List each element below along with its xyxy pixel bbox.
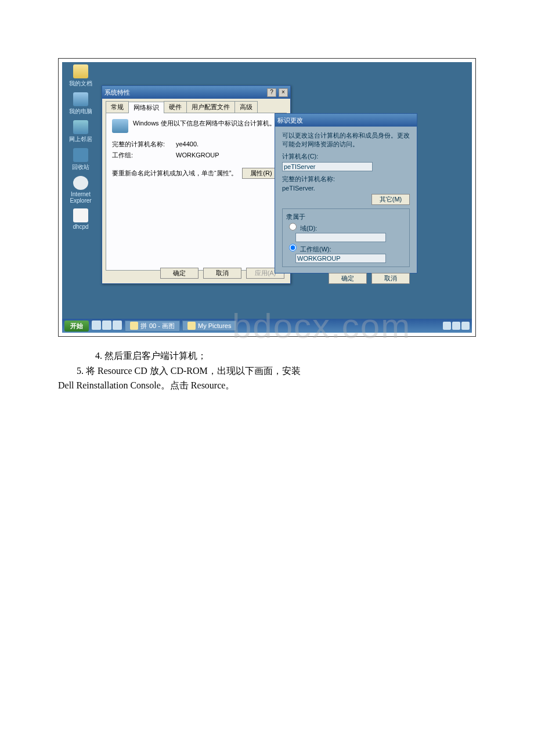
full-computer-name-label: 完整的计算机名称: <box>282 175 410 183</box>
desktop-icon-recycle[interactable]: 回收站 <box>64 148 97 171</box>
tab-general[interactable]: 常规 <box>106 101 129 113</box>
window-title: 标识更改 <box>277 116 303 125</box>
cancel-button[interactable]: 取消 <box>203 268 241 279</box>
ok-button[interactable]: 确定 <box>160 268 199 279</box>
titlebar[interactable]: 系统特性 ? × <box>102 86 290 99</box>
desktop-icon-label: 我的电脑 <box>69 108 92 114</box>
start-button[interactable]: 开始 <box>64 321 89 332</box>
workgroup-label: 工作组(W): <box>300 246 331 253</box>
tray-icon[interactable] <box>443 322 451 330</box>
computer-icon <box>73 92 88 106</box>
system-properties-window: 系统特性 ? × 常规 网络标识 硬件 用户配置文件 高级 Wi <box>102 85 291 284</box>
recycle-bin-icon <box>73 148 88 162</box>
workgroup-value: WORKGROUP <box>176 152 219 159</box>
network-icon <box>73 120 88 134</box>
description-text: 可以更改这台计算机的名称和成员身份。更改可能会对网络资源的访问。 <box>282 131 410 149</box>
desktop-icon-label: 我的文档 <box>69 80 92 87</box>
desktop-icon-label: Internet Explorer <box>70 191 91 204</box>
folder-icon <box>187 322 196 330</box>
taskbar-button-paint[interactable]: 拼00 - 画图 <box>125 321 180 332</box>
full-computer-name-value: peTIServer. <box>282 185 410 192</box>
taskbar-button-mypictures[interactable]: My Pictures <box>182 321 236 331</box>
desktop-icon-label: 回收站 <box>72 164 89 170</box>
computer-name-label: 计算机名(C): <box>282 152 410 161</box>
titlebar[interactable]: 标识更改 <box>275 114 417 127</box>
quick-launch[interactable] <box>91 321 122 331</box>
domain-radio[interactable] <box>289 223 297 231</box>
tabstrip: 常规 网络标识 硬件 用户配置文件 高级 <box>102 99 290 113</box>
workgroup-input[interactable] <box>295 254 386 263</box>
ok-button[interactable]: 确定 <box>329 273 367 284</box>
fullname-value: ye4400. <box>176 141 199 147</box>
window-title: 系统特性 <box>104 88 130 97</box>
help-icon[interactable]: ? <box>267 88 276 97</box>
workgroup-label: 工作组: <box>112 151 176 160</box>
step-5-text: 5. 将 Resource CD 放入 CD-ROM，出现以下画面，安装 <box>58 363 476 379</box>
folder-icon <box>73 64 88 78</box>
cancel-button[interactable]: 取消 <box>371 273 410 284</box>
info-text: Windows 使用以下信息在网络中标识这台计算机。 <box>133 119 276 128</box>
computer-name-input[interactable] <box>282 162 373 171</box>
member-of-label: 隶属于 <box>286 213 406 221</box>
domain-label: 域(D): <box>300 225 317 232</box>
tab-network-id[interactable]: 网络标识 <box>128 102 164 113</box>
taskbar-button-label: My Pictures <box>198 322 231 329</box>
ie-icon <box>73 176 88 190</box>
ime-indicator: 拼 <box>140 322 147 330</box>
fullname-label: 完整的计算机名称: <box>112 140 176 149</box>
paint-icon <box>130 322 138 330</box>
close-icon[interactable]: × <box>279 88 288 97</box>
desktop-icon-label: dhcpd <box>73 224 88 230</box>
tab-advanced[interactable]: 高级 <box>234 101 258 113</box>
step-4-text: 4. 然后重启客户端计算机； <box>58 348 476 363</box>
file-icon <box>73 208 88 222</box>
step-5b-text: Dell Reinstallation Console。点击 Resource。 <box>58 378 476 393</box>
computer-icon <box>112 119 128 133</box>
desktop-icon-ie[interactable]: Internet Explorer <box>64 176 97 204</box>
desktop-icon-dhcpd[interactable]: dhcpd <box>64 208 97 230</box>
taskbar-button-label: 00 - 画图 <box>149 322 175 330</box>
taskbar: 开始 拼00 - 画图 My Pictures <box>62 319 472 333</box>
tab-hardware[interactable]: 硬件 <box>164 101 187 113</box>
tray-icon[interactable] <box>461 322 470 330</box>
workgroup-radio[interactable] <box>289 244 297 251</box>
rename-hint: 要重新命名此计算机或加入域，单击“属性”。 <box>112 169 237 178</box>
windows-desktop-screenshot: 我的文档 我的电脑 网上邻居 回收站 Internet Explorer dhc… <box>62 62 472 333</box>
desktop-icon-label: 网上邻居 <box>69 136 92 142</box>
tray-icon[interactable] <box>452 322 460 330</box>
member-of-group: 隶属于 域(D): 工作组(W): <box>282 208 410 267</box>
domain-input[interactable] <box>295 233 386 242</box>
identification-changes-window: 标识更改 可以更改这台计算机的名称和成员身份。更改可能会对网络资源的访问。 计算… <box>275 113 417 273</box>
tab-body: Windows 使用以下信息在网络中标识这台计算机。 完整的计算机名称:ye44… <box>106 113 287 271</box>
desktop-icon-mydocs[interactable]: 我的文档 <box>64 64 97 88</box>
system-tray[interactable] <box>443 322 470 330</box>
more-button[interactable]: 其它(M) <box>371 194 410 205</box>
tab-user-profiles[interactable]: 用户配置文件 <box>186 101 235 113</box>
desktop-icon-network[interactable]: 网上邻居 <box>64 120 97 143</box>
desktop-icon-mycomputer[interactable]: 我的电脑 <box>64 92 97 116</box>
